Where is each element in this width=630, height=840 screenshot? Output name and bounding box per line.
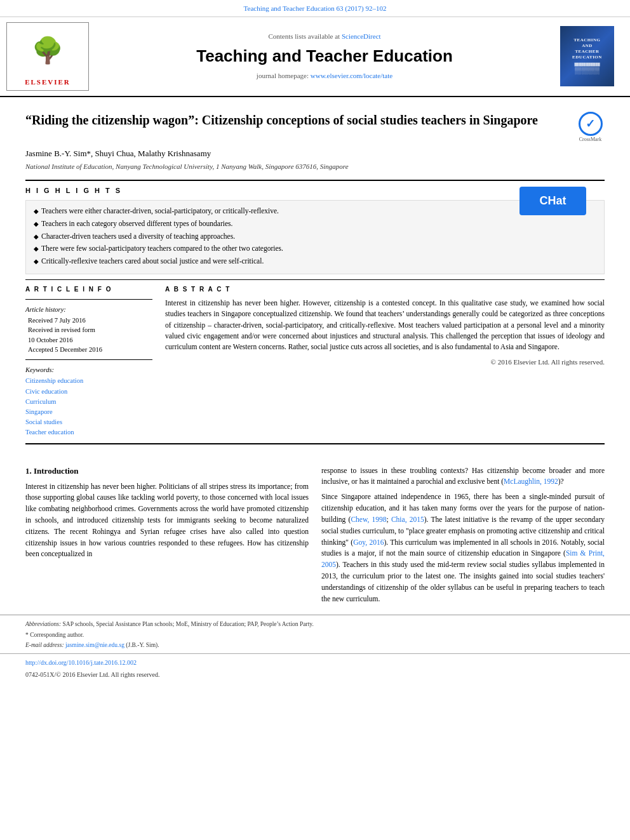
divider-info-mid xyxy=(25,359,152,360)
bullet-5: ◆ xyxy=(34,257,39,267)
bullet-4: ◆ xyxy=(34,244,39,254)
bottom-bar: http://dx.doi.org/10.1016/j.tate.2016.12… xyxy=(0,653,630,683)
affiliation-line: National Institute of Education, Nanyang… xyxy=(25,162,605,172)
doi-link[interactable]: http://dx.doi.org/10.1016/j.tate.2016.12… xyxy=(25,659,137,666)
chia-link[interactable]: Chia, 2015 xyxy=(391,516,424,523)
elsevier-logo-box: 🌳 ELSEVIER xyxy=(6,22,89,91)
abstract-label: A B S T R A C T xyxy=(165,285,605,295)
journal-bar: Teaching and Teacher Education 63 (2017)… xyxy=(0,0,630,17)
keyword-3[interactable]: Curriculum xyxy=(25,397,152,406)
footnotes-area: Abbreviations: SAP schools, Special Assi… xyxy=(0,615,630,650)
header-center: Contents lists available at ScienceDirec… xyxy=(95,32,554,81)
copyright-notice: © 2016 Elsevier Ltd. All rights reserved… xyxy=(165,357,605,368)
keywords-list: Citizenship education Civic education Cu… xyxy=(25,376,152,437)
chew-link[interactable]: Chew, 1998 xyxy=(351,516,386,523)
article-info-col: A R T I C L E I N F O Article history: R… xyxy=(25,285,152,438)
elsevier-wordmark: ELSEVIER xyxy=(25,77,70,88)
abbr-text: SAP schools, Special Assistance Plan sch… xyxy=(62,621,313,627)
intro-heading: 1. Introduction xyxy=(25,465,309,477)
article-info-label: A R T I C L E I N F O xyxy=(25,285,152,295)
article-info-abstract-row: A R T I C L E I N F O Article history: R… xyxy=(25,285,605,438)
issn-text: 0742-051X/© 2016 Elsevier Ltd. All right… xyxy=(25,671,159,678)
bullet-2: ◆ xyxy=(34,220,39,229)
keyword-5[interactable]: Social studies xyxy=(25,417,152,427)
homepage-link[interactable]: www.elsevier.com/locate/tate xyxy=(311,72,392,79)
email-name: (J.B.-Y. Sim). xyxy=(126,642,159,648)
keyword-2[interactable]: Civic education xyxy=(25,387,152,396)
crossmark-icon: ✓ xyxy=(579,112,603,136)
highlight-item-1: ◆ Teachers were either character-driven,… xyxy=(34,206,596,217)
keyword-6[interactable]: Teacher education xyxy=(25,427,152,437)
crossmark-area: ✓ CrossMark xyxy=(576,112,605,143)
highlight-item-4: ◆ There were few social-participatory te… xyxy=(34,243,596,254)
sim-link[interactable]: Sim & Print, 2005 xyxy=(321,549,605,568)
body-left: 1. Introduction Interest in citizenship … xyxy=(25,465,309,609)
authors-line: Jasmine B.-Y. Sim*, Shuyi Chua, Malathy … xyxy=(25,148,605,160)
abstract-col: A B S T R A C T Interest in citizenship … xyxy=(165,285,605,438)
received-revised-date: 10 October 2016 xyxy=(25,335,152,345)
mclaughlin-link[interactable]: McLaughlin, 1992 xyxy=(504,477,558,485)
cover-detail3: ░░░░░░░░░░░ xyxy=(575,71,600,76)
highlight-item-5: ◆ Critically-reflexive teachers cared ab… xyxy=(34,256,596,267)
abstract-text: Interest in citizenship has never been h… xyxy=(165,298,605,352)
email-link[interactable]: jasmine.sim@nie.edu.sg xyxy=(65,642,124,648)
article-title-section: “Riding the citizenship wagon”: Citizens… xyxy=(25,112,605,143)
article-history: Article history: Received 7 July 2016 Re… xyxy=(25,305,152,354)
body-content: 1. Introduction Interest in citizenship … xyxy=(0,465,630,609)
divider-after-abstract xyxy=(25,443,605,444)
intro-para-1-right: response to issues in these troubling co… xyxy=(321,465,605,488)
journal-cover-image: TEACHINGANDTEACHEREDUCATION ▓▓▓▓▓▓▓▓▓▓▓ … xyxy=(560,26,614,86)
accepted-date: Accepted 5 December 2016 xyxy=(25,345,152,354)
divider-after-affiliation xyxy=(25,180,605,181)
keywords-label: Keywords: xyxy=(25,365,152,375)
sciencedirect-line: Contents lists available at ScienceDirec… xyxy=(95,32,554,42)
bullet-3: ◆ xyxy=(34,232,39,242)
body-right: response to issues in these troubling co… xyxy=(321,465,605,609)
journal-title: Teaching and Teacher Education xyxy=(95,44,554,69)
bullet-1: ◆ xyxy=(34,207,39,217)
chat-button[interactable]: CHat xyxy=(519,187,586,215)
highlights-box: ◆ Teachers were either character-driven,… xyxy=(25,200,605,274)
cover-title-text: TEACHINGANDTEACHEREDUCATION xyxy=(572,37,602,60)
elsevier-logo-image: 🌳 xyxy=(13,25,83,76)
received-revised-label: Received in revised form xyxy=(25,325,152,335)
journal-homepage-line: journal homepage: www.elsevier.com/locat… xyxy=(95,71,554,81)
journal-cover-area: TEACHINGANDTEACHEREDUCATION ▓▓▓▓▓▓▓▓▓▓▓ … xyxy=(560,26,617,86)
intro-para-2: Since Singapore attained independence in… xyxy=(321,491,605,604)
main-content: “Riding the citizenship wagon”: Citizens… xyxy=(0,97,630,459)
keyword-4[interactable]: Singapore xyxy=(25,407,152,417)
abbr-label: Abbreviations: xyxy=(25,621,61,627)
crossmark-label: CrossMark xyxy=(579,136,602,143)
highlights-label: H I G H L I G H T S xyxy=(25,186,605,196)
received-date: Received 7 July 2016 xyxy=(25,316,152,325)
intro-para-1: Interest in citizenship has never been h… xyxy=(25,481,309,561)
journal-citation: Teaching and Teacher Education 63 (2017)… xyxy=(244,4,387,12)
sciencedirect-link[interactable]: ScienceDirect xyxy=(342,32,381,40)
header-area: 🌳 ELSEVIER Contents lists available at S… xyxy=(0,17,630,97)
author-names: Jasmine B.-Y. Sim*, Shuyi Chua, Malathy … xyxy=(25,149,211,158)
footnote-email: E-mail address: jasmine.sim@nie.edu.sg (… xyxy=(25,641,605,650)
divider-before-info xyxy=(25,279,605,280)
keyword-1[interactable]: Citizenship education xyxy=(25,376,152,385)
footnote-abbr: Abbreviations: SAP schools, Special Assi… xyxy=(25,620,605,629)
footnote-corresponding: * Corresponding author. xyxy=(25,631,605,639)
divider-info-top xyxy=(25,299,152,300)
email-label: E-mail address: xyxy=(25,642,64,648)
highlight-item-3: ◆ Character-driven teachers used a diver… xyxy=(34,231,596,242)
tree-icon: 🌳 xyxy=(32,32,64,69)
history-label: Article history: xyxy=(25,305,152,314)
article-title: “Riding the citizenship wagon”: Citizens… xyxy=(25,112,570,128)
goy-link[interactable]: Goy, 2016 xyxy=(353,538,384,546)
highlight-item-2: ◆ Teachers in each category observed dif… xyxy=(34,218,596,229)
